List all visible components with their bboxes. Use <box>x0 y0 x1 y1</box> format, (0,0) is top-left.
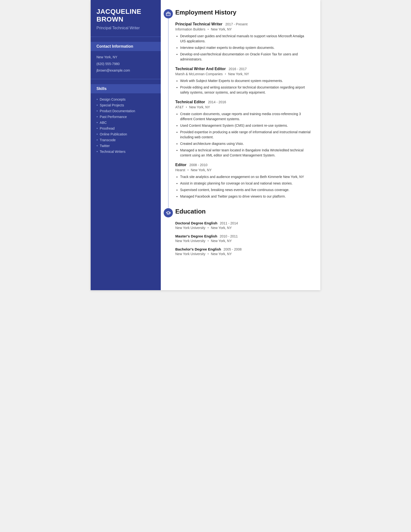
main-content: Employment History Principal Technical W… <box>161 0 320 290</box>
education-icon <box>164 208 173 217</box>
contact-location: New York, NY <box>96 55 155 60</box>
sidebar-header: JACQUELINE BROWN Principal Technical Wri… <box>91 0 161 37</box>
edu-years: 2005 - 2008 <box>223 247 242 251</box>
job-bullets: Work with Subject Matter Experts to docu… <box>175 78 311 95</box>
job-bullet: Created architecture diagrams using Visi… <box>180 141 311 146</box>
job-entry: Principal Technical Writer2017 - Present… <box>175 22 311 62</box>
edu-school: New York University • New York, NY <box>175 239 311 243</box>
skill-item: Special Projects <box>96 103 155 107</box>
job-bullet: Assist in strategic planning for coverag… <box>180 181 311 186</box>
resume-container: JACQUELINE BROWN Principal Technical Wri… <box>91 0 320 290</box>
contact-section-header: Contact Information <box>91 42 161 51</box>
skill-item: Design Concepts <box>96 97 155 102</box>
edu-entry: Bachelor's Degree English2005 - 2008New … <box>175 247 311 256</box>
skills-list: Design ConceptsSpecial ProjectsProduct D… <box>96 97 155 154</box>
job-company: Information Builders • New York, NY <box>175 27 311 31</box>
edu-years: 2011 - 2014 <box>220 221 238 225</box>
skill-item: Technical Writers <box>96 150 155 154</box>
education-section-title: Education <box>175 208 311 216</box>
job-title: Editor <box>175 163 187 167</box>
job-bullet: Track site analytics and audience engage… <box>180 174 311 180</box>
jobs-list: Principal Technical Writer2017 - Present… <box>175 22 311 199</box>
sidebar: JACQUELINE BROWN Principal Technical Wri… <box>91 0 161 290</box>
contact-email: jbrown@example.com <box>96 68 155 73</box>
skill-item: Past Performance <box>96 115 155 119</box>
job-bullet: Managed Facebook and Twitter pages to dr… <box>180 194 311 199</box>
job-bullet: Supervised content, breaking news events… <box>180 187 311 192</box>
skill-item: Proofread <box>96 126 155 131</box>
job-bullet: Interview subject matter experts to deve… <box>180 45 311 50</box>
edu-school: New York University • New York, NY <box>175 226 311 230</box>
skill-item: Transcode <box>96 138 155 142</box>
job-company: AT&T • New York, NY <box>175 105 311 109</box>
skill-item: Product Documentation <box>96 109 155 113</box>
edu-degree: Doctoral Degree English <box>175 221 217 225</box>
employment-section: Employment History Principal Technical W… <box>175 9 311 199</box>
job-bullet: Developed user guides and technical manu… <box>180 34 311 44</box>
job-title: Technical Writer And Editor <box>175 67 226 71</box>
employment-section-title: Employment History <box>175 9 311 17</box>
education-section: Education Doctoral Degree English2011 - … <box>175 208 311 256</box>
job-bullet: Used Content Management System (CMS) and… <box>180 123 311 128</box>
education-list: Doctoral Degree English2011 - 2014New Yo… <box>175 221 311 256</box>
job-entry: Editor2008 - 2010Hearst • New York, NYTr… <box>175 163 311 199</box>
job-bullet: Managed a technical writer team located … <box>180 148 311 158</box>
job-entry: Technical Editor2014 - 2016AT&T • New Yo… <box>175 100 311 158</box>
edu-degree: Bachelor's Degree English <box>175 247 221 251</box>
employment-timeline-line <box>168 18 169 208</box>
job-entry: Technical Writer And Editor2016 - 2017Ma… <box>175 67 311 95</box>
job-bullets: Create custom documents, usage reports a… <box>175 112 311 158</box>
job-bullet: Develop end-user/technical documentation… <box>180 52 311 62</box>
candidate-name: JACQUELINE BROWN <box>96 8 155 23</box>
skills-section-header: Skills <box>91 84 161 93</box>
skill-item: ABC <box>96 120 155 125</box>
contact-section: Contact Information New York, NY (620) 5… <box>91 37 161 79</box>
skills-section: Skills Design ConceptsSpecial ProjectsPr… <box>91 79 161 159</box>
skill-item: Twitter <box>96 144 155 148</box>
job-years: 2016 - 2017 <box>229 67 247 71</box>
job-years: 2008 - 2010 <box>189 163 207 167</box>
skill-item: Online Publication <box>96 132 155 136</box>
candidate-title: Principal Technical Writer <box>96 26 155 31</box>
job-years: 2017 - Present <box>225 22 248 26</box>
job-title: Technical Editor <box>175 100 205 104</box>
edu-years: 2010 - 2011 <box>220 234 238 238</box>
edu-school: New York University • New York, NY <box>175 252 311 256</box>
contact-phone: (620) 555-7980 <box>96 62 155 66</box>
job-bullet: Provide editing and writing assistance f… <box>180 85 311 95</box>
edu-entry: Master's Degree English2010 - 2011New Yo… <box>175 234 311 243</box>
job-title: Principal Technical Writer <box>175 22 223 26</box>
job-bullet: Create custom documents, usage reports a… <box>180 112 311 122</box>
job-company: Hearst • New York, NY <box>175 168 311 172</box>
job-years: 2014 - 2016 <box>208 100 226 104</box>
job-bullets: Developed user guides and technical manu… <box>175 34 311 62</box>
job-bullet: Work with Subject Matter Experts to docu… <box>180 78 311 83</box>
svg-rect-0 <box>166 13 170 16</box>
edu-degree: Master's Degree English <box>175 234 217 238</box>
employment-icon <box>164 9 173 18</box>
job-company: Marsh & McLennan Companies • New York, N… <box>175 72 311 76</box>
edu-entry: Doctoral Degree English2011 - 2014New Yo… <box>175 221 311 230</box>
job-bullets: Track site analytics and audience engage… <box>175 174 311 199</box>
job-bullet: Provided expertise in producing a wide r… <box>180 130 311 140</box>
